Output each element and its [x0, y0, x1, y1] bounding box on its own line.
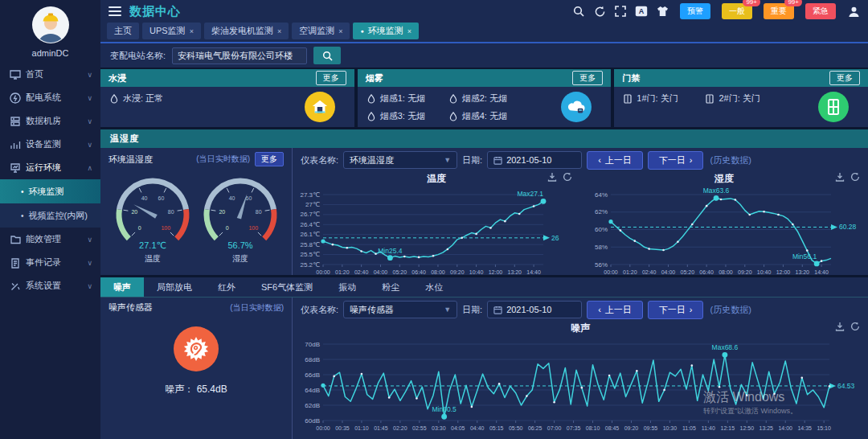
noise-prev-day-button[interactable]: ‹上一日 — [587, 301, 643, 319]
noise-history-link[interactable]: (历史数据) — [710, 304, 751, 316]
water-more-button[interactable]: 更多 — [316, 71, 346, 85]
close-icon[interactable]: × — [277, 27, 281, 35]
humidity-chart: 56%58%60%62%64%00:0001:2002:4004:0005:20… — [580, 185, 863, 277]
energy-icon — [10, 234, 26, 245]
svg-text:10:40: 10:40 — [469, 269, 484, 275]
gauge-more-button[interactable]: 更多 — [255, 152, 284, 166]
tab-4[interactable]: ●环境监测× — [353, 23, 419, 39]
download-icon[interactable] — [835, 172, 845, 182]
prev-day-button[interactable]: ‹上一日 — [587, 151, 643, 170]
meter-select[interactable]: 环境温湿度▼ — [343, 151, 457, 169]
door-more-button[interactable]: 更多 — [829, 71, 860, 85]
tab-3[interactable]: 空调监测× — [292, 23, 350, 39]
refresh-icon[interactable] — [593, 5, 606, 18]
tab-0[interactable]: 主页 — [107, 23, 139, 39]
sidebar-item-6[interactable]: 事件记录∨ — [0, 251, 100, 274]
sidebar-item-5[interactable]: 能效管理∨ — [0, 228, 100, 251]
sensor-tab-5[interactable]: 粉尘 — [369, 277, 412, 297]
sensor-tab-0[interactable]: 噪声 — [100, 277, 144, 297]
noise-next-day-button[interactable]: 下一日› — [648, 301, 704, 319]
download-icon[interactable] — [547, 172, 557, 182]
tab-2[interactable]: 柴油发电机监测× — [204, 23, 289, 39]
noise-date-picker[interactable]: 2021-05-10 — [487, 301, 582, 318]
sensor-tab-6[interactable]: 水位 — [412, 277, 456, 297]
next-day-button[interactable]: 下一日› — [648, 151, 704, 170]
noise-meter-select[interactable]: 噪声传感器▼ — [343, 301, 457, 318]
noise-chart-panel: 仪表名称: 噪声传感器▼ 日期: 2021-05-10 ‹上一日 下一日› (历… — [293, 297, 868, 439]
tab-label: 主页 — [114, 25, 132, 37]
close-icon[interactable]: × — [190, 27, 194, 35]
date-picker[interactable]: 2021-05-10 — [487, 151, 582, 169]
submenu-item-0[interactable]: •环境监测 — [0, 179, 100, 203]
refresh-chart-icon[interactable] — [563, 172, 572, 182]
refresh-chart-icon[interactable] — [850, 172, 860, 182]
sidebar-item-0[interactable]: 首页∨ — [0, 63, 100, 86]
sidebar-item-2[interactable]: 数据机房∨ — [0, 109, 100, 133]
card-item-text: 水浸: 正常 — [123, 92, 163, 105]
alarm-button-0[interactable]: 预警 — [680, 3, 710, 19]
svg-text:15:10: 15:10 — [817, 425, 831, 431]
avatar[interactable] — [32, 6, 69, 43]
sensor-tab-3[interactable]: SF6气体监测 — [248, 277, 326, 297]
sidebar-item-7[interactable]: 系统设置∨ — [0, 274, 100, 297]
svg-text:07:00: 07:00 — [547, 425, 562, 431]
submenu-item-1[interactable]: •视频监控(内网) — [0, 203, 100, 228]
sidebar-item-1[interactable]: 配电系统∨ — [0, 86, 100, 109]
station-search-input[interactable] — [172, 47, 307, 64]
history-link[interactable]: (历史数据) — [710, 154, 751, 166]
refresh-chart-icon[interactable] — [850, 322, 860, 331]
fullscreen-icon[interactable] — [614, 5, 627, 18]
svg-text:25.2℃: 25.2℃ — [300, 261, 320, 269]
close-icon[interactable]: × — [338, 27, 342, 35]
svg-text:12:50: 12:50 — [740, 425, 755, 431]
station-search-row: 变配电站名称: — [100, 43, 868, 68]
download-icon[interactable] — [835, 322, 845, 331]
svg-text:Max63.6: Max63.6 — [703, 187, 730, 195]
svg-text:09:55: 09:55 — [644, 425, 658, 431]
station-search-button[interactable] — [313, 47, 341, 64]
svg-text:64%: 64% — [595, 191, 608, 199]
alarm-button-1[interactable]: 一般99+ — [722, 3, 752, 19]
svg-text:05:20: 05:20 — [393, 269, 407, 275]
search-icon[interactable] — [572, 5, 585, 18]
alarm-button-3[interactable]: 紧急 — [805, 3, 836, 19]
card-item-0: 烟感1: 无烟 — [367, 92, 449, 105]
menu-toggle-icon[interactable] — [108, 4, 121, 18]
translate-icon[interactable]: A — [635, 5, 648, 18]
svg-text:60%: 60% — [595, 226, 608, 233]
sidebar-item-3[interactable]: 设备监测∨ — [0, 133, 100, 156]
svg-text:01:20: 01:20 — [623, 269, 637, 275]
sidebar-item-label: 能效管理 — [26, 233, 87, 245]
close-icon[interactable]: × — [407, 27, 411, 35]
svg-text:13:20: 13:20 — [507, 269, 522, 275]
sensor-tab-2[interactable]: 红外 — [205, 277, 248, 297]
user-icon[interactable] — [847, 5, 860, 18]
svg-text:13:25: 13:25 — [759, 425, 773, 431]
card-item-text: 2#门: 关门 — [719, 92, 760, 105]
svg-text:0: 0 — [138, 225, 141, 231]
sidebar-item-4[interactable]: 运行环境∧ — [0, 156, 100, 179]
noise-icon — [174, 326, 219, 371]
alarm-count-badge: 99+ — [743, 0, 760, 6]
svg-text:02:40: 02:40 — [354, 269, 369, 275]
smoke-more-button[interactable]: 更多 — [572, 71, 603, 85]
submenu-item-label: 环境监测 — [29, 186, 64, 198]
svg-text:02:40: 02:40 — [642, 269, 657, 275]
sidebar-item-label: 事件记录 — [26, 256, 87, 269]
sensor-tab-4[interactable]: 振动 — [326, 277, 369, 297]
svg-text:08:45: 08:45 — [605, 425, 620, 431]
droplet-icon — [367, 112, 375, 121]
smoke-status-icon — [561, 92, 592, 122]
svg-text:68dB: 68dB — [305, 356, 320, 363]
realtime-label: (当日实时数据) — [196, 154, 250, 165]
tab-1[interactable]: UPS监测× — [142, 23, 201, 39]
alarm-button-2[interactable]: 重要99+ — [764, 3, 794, 19]
svg-text:20: 20 — [131, 209, 137, 215]
svg-text:01:45: 01:45 — [374, 425, 388, 431]
theme-icon[interactable] — [656, 5, 669, 18]
svg-text:08:10: 08:10 — [586, 425, 600, 431]
svg-text:25.8℃: 25.8℃ — [300, 241, 320, 248]
svg-text:湿度: 湿度 — [232, 254, 248, 263]
sensor-tab-1[interactable]: 局部放电 — [144, 277, 205, 297]
svg-text:06:25: 06:25 — [528, 425, 542, 431]
